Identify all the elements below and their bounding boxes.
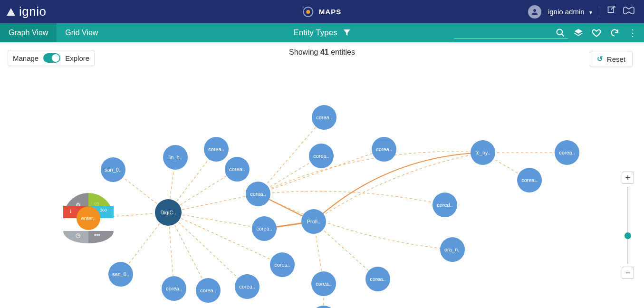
toolbar: Graph View Grid View Entity Types ⋮ [0, 23, 644, 42]
graph-node[interactable] [108, 262, 133, 287]
module-indicator: MAPS [303, 7, 341, 17]
graph-canvas[interactable]: DigiC..san_0..lin_h..corea..corea..corea… [0, 42, 644, 308]
radial-center-node[interactable]: enter.. [77, 206, 100, 230]
graph-node[interactable] [101, 157, 125, 182]
graph-node[interactable] [162, 276, 186, 301]
graph-edge [258, 191, 445, 205]
graph-node[interactable] [155, 199, 182, 226]
graph-edge [314, 153, 483, 221]
user-menu[interactable]: ignio admin ▼ [548, 8, 593, 16]
mail-icon[interactable] [623, 6, 634, 17]
entity-types-filter[interactable]: Entity Types [293, 28, 350, 38]
graph-node[interactable] [309, 144, 334, 168]
kebab-menu-icon[interactable]: ⋮ [628, 29, 637, 36]
info-icon: i [70, 208, 71, 215]
graph-node[interactable] [246, 182, 270, 206]
graph-stage[interactable]: Showing 41 entities Manage Explore ↺ Res… [0, 42, 644, 308]
logo: ignio [0, 4, 46, 19]
graph-node[interactable] [301, 209, 326, 234]
tab-graph-view[interactable]: Graph View [0, 23, 57, 42]
clock-icon: ◷ [76, 232, 80, 239]
graph-node[interactable] [433, 192, 457, 217]
search-icon[interactable] [556, 28, 565, 38]
zoom-thumb[interactable] [625, 232, 631, 239]
module-label: MAPS [319, 8, 341, 16]
search-underline[interactable] [454, 27, 568, 39]
graph-node[interactable] [312, 105, 336, 130]
separator [600, 6, 600, 18]
user-area: ignio admin ▼ [528, 5, 644, 19]
layers-icon[interactable] [574, 28, 583, 38]
radial-menu: ⚙ ♡ i 360 ◷ ••• enter.. [63, 193, 114, 243]
360-icon: 360 [100, 208, 107, 212]
avatar-icon[interactable] [528, 5, 541, 19]
graph-node[interactable] [471, 140, 495, 165]
zoom-track[interactable] [627, 187, 628, 264]
radial-slice-history[interactable]: ◷ [63, 231, 88, 244]
caret-down-icon: ▼ [588, 10, 593, 15]
graph-node[interactable] [270, 252, 295, 277]
zoom-control: + − [621, 172, 634, 279]
graph-node[interactable] [517, 168, 542, 192]
graph-node[interactable] [225, 157, 250, 182]
ellipsis-icon: ••• [94, 232, 100, 239]
graph-node[interactable] [440, 237, 465, 262]
zoom-out-button[interactable]: − [622, 267, 634, 279]
graph-edge [168, 194, 258, 212]
graph-node[interactable] [555, 140, 579, 165]
maps-icon [303, 7, 313, 17]
graph-node[interactable] [163, 145, 188, 170]
popout-icon[interactable] [607, 6, 616, 18]
logo-text: ignio [19, 4, 46, 19]
svg-point-1 [557, 29, 563, 35]
logo-icon [7, 8, 15, 16]
graph-node[interactable] [311, 306, 336, 308]
graph-node[interactable] [196, 278, 221, 303]
graph-node[interactable] [204, 137, 229, 162]
user-label: ignio admin [548, 8, 585, 16]
graph-node[interactable] [372, 137, 396, 162]
app-header: ignio MAPS ignio admin ▼ [0, 0, 644, 23]
tab-grid-view[interactable]: Grid View [57, 23, 106, 42]
zoom-in-button[interactable]: + [622, 172, 634, 184]
filter-label: Entity Types [293, 28, 337, 38]
graph-node[interactable] [252, 216, 277, 241]
refresh-icon[interactable] [610, 28, 619, 38]
graph-edge [314, 221, 378, 279]
graph-node[interactable] [365, 267, 390, 291]
graph-edge [258, 194, 452, 250]
graph-edge [314, 153, 483, 221]
graph-node[interactable] [311, 271, 336, 296]
graph-edge [258, 152, 483, 194]
heart-icon[interactable] [592, 28, 601, 38]
graph-node[interactable] [235, 274, 260, 299]
radial-slice-more[interactable]: ••• [88, 231, 114, 244]
funnel-icon [343, 29, 351, 37]
